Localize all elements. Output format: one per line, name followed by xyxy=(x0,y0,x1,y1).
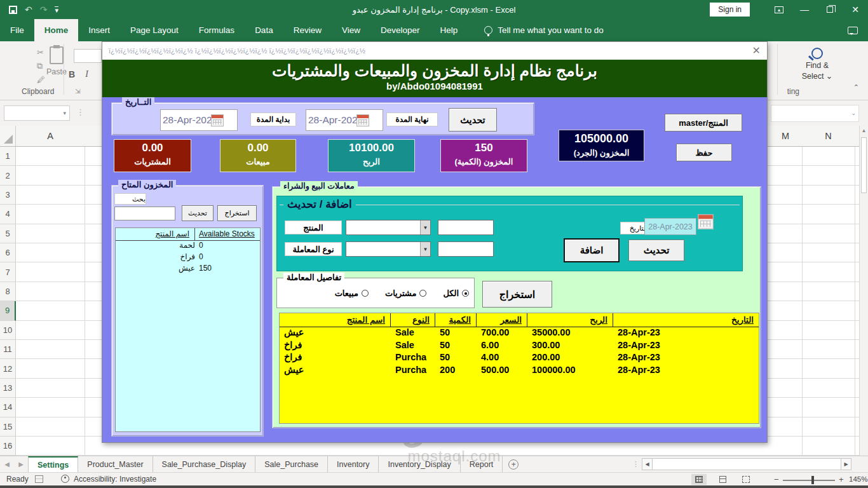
select-all-button[interactable] xyxy=(0,126,16,146)
ribbon-tab-formulas[interactable]: Formulas xyxy=(189,19,245,41)
row-header-4[interactable]: 4 xyxy=(0,205,16,224)
sheet-tab-product_master[interactable]: Product_Master xyxy=(78,456,153,472)
ribbon-tab-home[interactable]: Home xyxy=(34,19,79,41)
clipboard-dialog-launcher-icon[interactable]: ⇲ xyxy=(75,88,80,95)
date-update-button[interactable]: تحديث xyxy=(449,108,497,132)
table-row[interactable]: فراخPurcha504.00200.0028-Apr-23 xyxy=(280,352,759,365)
zoom-slider[interactable] xyxy=(783,480,835,481)
macro-record-icon[interactable] xyxy=(35,475,43,483)
copy-icon[interactable]: ⧉ xyxy=(37,61,45,71)
format-painter-icon[interactable]: 🖉 xyxy=(37,75,45,85)
sheet-tab-report[interactable]: Report xyxy=(461,456,503,472)
start-date-picker[interactable]: 28-Apr-202 xyxy=(160,109,238,131)
row-header-2[interactable]: 2 xyxy=(0,166,16,185)
row-header-8[interactable]: 8 xyxy=(0,282,16,301)
column-header-a[interactable]: A xyxy=(16,126,85,146)
row-header-14[interactable]: 14 xyxy=(0,398,16,417)
zoom-out-button[interactable]: − xyxy=(774,475,779,484)
scroll-left-icon[interactable]: ◀ xyxy=(642,458,653,470)
italic-button[interactable]: I xyxy=(85,69,88,79)
minimize-icon[interactable]: — xyxy=(792,0,817,19)
transaction-type-textbox[interactable] xyxy=(438,241,494,257)
row-header-7[interactable]: 7 xyxy=(0,262,16,281)
ribbon-tab-developer[interactable]: Developer xyxy=(370,19,430,41)
restore-icon[interactable] xyxy=(817,0,843,19)
zoom-slider-thumb[interactable] xyxy=(811,476,814,484)
column-header-m[interactable]: M xyxy=(769,126,802,146)
stock-row[interactable]: لحمة0 xyxy=(116,241,260,252)
undo-icon[interactable]: ↶ xyxy=(25,4,32,15)
horizontal-scrollbar[interactable]: ◀ ▶ xyxy=(642,458,851,470)
page-break-view-button[interactable] xyxy=(738,474,754,485)
end-date-picker[interactable]: 28-Apr-202 xyxy=(306,109,383,131)
formula-bar[interactable]: ⌄ xyxy=(771,105,859,122)
vertical-scrollbar[interactable]: ▲ xyxy=(859,126,868,456)
transactions-table[interactable]: اسم المنتجالنوعالكميةالسعرالربحالتاريخ ع… xyxy=(279,313,759,424)
status-accessibility[interactable]: Accessibility: Investigate xyxy=(74,475,156,484)
row-header-9[interactable]: 9 xyxy=(0,301,16,320)
add-button[interactable]: اضافة xyxy=(564,238,620,262)
zoom-level[interactable]: 145% xyxy=(849,475,867,483)
redo-icon[interactable]: ↷ xyxy=(40,4,48,15)
find-select-button[interactable]: Find &Select ⌄ xyxy=(779,45,855,82)
row-header-5[interactable]: 5 xyxy=(0,224,16,243)
stock-extract-button[interactable]: استخراج xyxy=(217,205,257,221)
sheet-nav-left-icon[interactable]: ◀ xyxy=(0,456,14,472)
available-stock-list[interactable]: اسم المنتج Available Stocks لحمة0فراخ0عي… xyxy=(115,227,261,432)
ribbon-tab-review[interactable]: Review xyxy=(283,19,332,41)
product-textbox[interactable] xyxy=(438,220,494,235)
row-header-16[interactable]: 16 xyxy=(0,437,16,456)
zoom-in-button[interactable]: + xyxy=(839,475,844,484)
save-form-button[interactable]: حفظ xyxy=(676,144,732,161)
table-row[interactable]: عيشSale50700.0035000.0028-Apr-23 xyxy=(280,327,759,340)
row-header-15[interactable]: 15 xyxy=(0,417,16,437)
calendar-icon[interactable] xyxy=(698,214,714,229)
new-sheet-button[interactable]: + xyxy=(503,456,524,472)
ribbon-tab-page-layout[interactable]: Page Layout xyxy=(120,19,189,41)
column-header-n[interactable]: N xyxy=(802,126,855,146)
dropdown-arrow-icon[interactable]: ▼ xyxy=(420,242,430,256)
transaction-update-button[interactable]: تحديث xyxy=(628,240,684,261)
sheet-tab-inventory_display[interactable]: Inventory_Display xyxy=(379,456,460,472)
product-master-button[interactable]: المنتج/master xyxy=(665,114,742,132)
save-icon[interactable] xyxy=(9,6,17,14)
sheet-tab-sale_purchase_display[interactable]: Sale_Purchase_Display xyxy=(153,456,256,472)
stock-row[interactable]: عيش150 xyxy=(116,264,260,275)
radio-الكل[interactable]: الكل xyxy=(443,288,469,298)
page-layout-view-button[interactable] xyxy=(715,474,730,485)
sheet-nav-right-icon[interactable]: ▶ xyxy=(14,456,28,472)
search-input[interactable] xyxy=(114,207,175,220)
scroll-up-icon[interactable]: ▲ xyxy=(860,126,868,136)
product-combobox[interactable]: ▼ xyxy=(346,220,431,235)
row-header-12[interactable]: 12 xyxy=(0,359,16,378)
sign-in-button[interactable]: Sign in xyxy=(710,3,750,17)
normal-view-button[interactable] xyxy=(691,474,707,485)
ribbon-tab-data[interactable]: Data xyxy=(245,19,283,41)
name-box[interactable]: ▾ xyxy=(4,105,70,121)
scroll-right-icon[interactable]: ▶ xyxy=(841,458,851,470)
row-header-6[interactable]: 6 xyxy=(0,243,16,262)
transactions-extract-button[interactable]: استخراج xyxy=(482,281,552,308)
row-header-11[interactable]: 11 xyxy=(0,340,16,359)
ribbon-tab-insert[interactable]: Insert xyxy=(78,19,120,41)
transaction-date-value[interactable]: 28-Apr-2023 xyxy=(644,218,696,235)
transaction-type-combobox[interactable]: ▼ xyxy=(346,241,431,257)
tell-me-box[interactable]: Tell me what you want to do xyxy=(484,19,604,41)
ribbon-tab-file[interactable]: File xyxy=(0,19,34,41)
sheet-tab-settings[interactable]: Settings xyxy=(28,456,78,472)
row-header-10[interactable]: 10 xyxy=(0,321,16,340)
userform-close-icon[interactable]: ✕ xyxy=(752,44,761,57)
collapse-ribbon-icon[interactable]: ⌃ xyxy=(853,83,859,92)
table-row[interactable]: فراخSale506.00300.0028-Apr-23 xyxy=(280,340,759,353)
table-row[interactable]: عيشPurcha200500.00100000.0028-Apr-23 xyxy=(280,365,759,377)
cut-icon[interactable]: ✂ xyxy=(37,48,45,57)
row-header-1[interactable]: 1 xyxy=(0,147,16,166)
customize-quick-access-icon[interactable]: ▾ xyxy=(55,6,58,13)
sheet-tab-sale_purchase[interactable]: Sale_Purchase xyxy=(255,456,328,472)
dropdown-arrow-icon[interactable]: ▼ xyxy=(420,220,430,234)
radio-مشتريات[interactable]: مشتريات xyxy=(385,288,426,298)
sheet-tab-inventory[interactable]: Inventory xyxy=(328,456,379,472)
stock-update-button[interactable]: تحديث xyxy=(182,205,214,221)
ribbon-tab-view[interactable]: View xyxy=(332,19,370,41)
stock-row[interactable]: فراخ0 xyxy=(116,252,260,264)
